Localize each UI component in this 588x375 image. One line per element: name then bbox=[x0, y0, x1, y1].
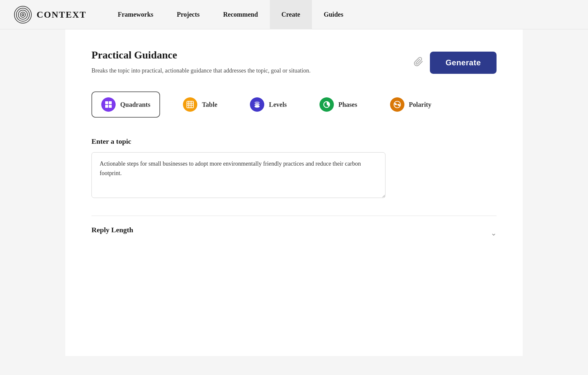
title-left: Practical Guidance Breaks the topic into… bbox=[91, 49, 414, 75]
logo-text: CONTEXT bbox=[37, 9, 86, 20]
svg-rect-8 bbox=[109, 105, 112, 108]
nav-create[interactable]: Create bbox=[270, 0, 312, 29]
svg-point-15 bbox=[254, 104, 260, 106]
svg-point-16 bbox=[254, 106, 260, 108]
table-icon bbox=[183, 97, 197, 112]
main-nav: Frameworks Projects Recommend Create Gui… bbox=[106, 0, 355, 29]
levels-icon bbox=[250, 97, 264, 112]
svg-rect-6 bbox=[109, 101, 112, 104]
reply-length-label: Reply Length bbox=[91, 226, 133, 234]
svg-rect-5 bbox=[105, 101, 108, 104]
svg-point-2 bbox=[18, 10, 27, 19]
topic-textarea[interactable]: Actionable steps for small businesses to… bbox=[91, 152, 385, 198]
framework-options: Quadrants Table bbox=[91, 91, 497, 118]
topic-section: Enter a topic Actionable steps for small… bbox=[91, 137, 497, 199]
page-title: Practical Guidance bbox=[91, 49, 414, 61]
page-description: Breaks the topic into practical, actiona… bbox=[91, 66, 353, 75]
svg-point-0 bbox=[14, 6, 31, 23]
svg-point-4 bbox=[22, 14, 24, 16]
chevron-down-icon: ⌄ bbox=[491, 229, 497, 237]
logo-area: CONTEXT bbox=[13, 5, 86, 24]
phases-label: Phases bbox=[338, 101, 357, 108]
quadrants-label: Quadrants bbox=[120, 101, 150, 108]
topic-label: Enter a topic bbox=[91, 137, 497, 146]
framework-quadrants[interactable]: Quadrants bbox=[91, 91, 160, 118]
svg-point-3 bbox=[20, 12, 25, 17]
polarity-icon bbox=[390, 97, 404, 112]
generate-button[interactable]: Generate bbox=[430, 52, 497, 74]
levels-label: Levels bbox=[269, 101, 286, 108]
main-content: Practical Guidance Breaks the topic into… bbox=[65, 29, 523, 356]
title-right: Generate bbox=[414, 52, 497, 74]
table-label: Table bbox=[202, 101, 217, 108]
nav-recommend[interactable]: Recommend bbox=[211, 0, 270, 29]
polarity-label: Polarity bbox=[409, 101, 432, 108]
framework-phases[interactable]: Phases bbox=[310, 91, 367, 118]
svg-point-14 bbox=[254, 102, 260, 104]
nav-guides[interactable]: Guides bbox=[312, 0, 355, 29]
nav-projects[interactable]: Projects bbox=[165, 0, 211, 29]
quadrants-icon bbox=[101, 97, 116, 112]
phases-icon bbox=[319, 97, 334, 112]
svg-rect-9 bbox=[187, 101, 193, 108]
framework-polarity[interactable]: Polarity bbox=[380, 91, 441, 118]
reply-length-row[interactable]: Reply Length ⌄ bbox=[91, 226, 497, 241]
header: CONTEXT Frameworks Projects Recommend Cr… bbox=[0, 0, 588, 29]
logo-icon bbox=[13, 5, 33, 24]
paperclip-icon[interactable] bbox=[414, 57, 423, 69]
nav-frameworks[interactable]: Frameworks bbox=[106, 0, 165, 29]
title-row: Practical Guidance Breaks the topic into… bbox=[91, 49, 497, 75]
svg-rect-7 bbox=[105, 105, 108, 108]
framework-table[interactable]: Table bbox=[173, 91, 227, 118]
reply-length-section: Reply Length ⌄ bbox=[91, 216, 497, 241]
framework-levels[interactable]: Levels bbox=[240, 91, 296, 118]
